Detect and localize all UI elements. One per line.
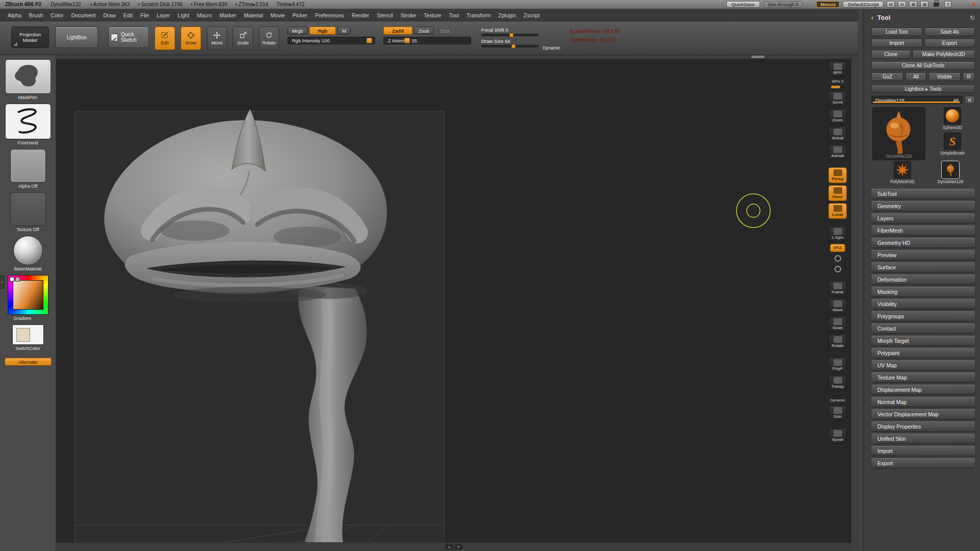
spix-slider[interactable]: SPix 3 (828, 79, 847, 89)
menu-picker[interactable]: Picker (292, 12, 307, 18)
dynamic-mode-label[interactable]: Dynamic (828, 398, 847, 403)
switch-color-widget[interactable] (12, 324, 44, 345)
secondary-color-swatch[interactable] (15, 277, 20, 282)
tool-section-visibility[interactable]: Visibility (871, 299, 975, 309)
save-as-button[interactable]: Save As (924, 28, 975, 36)
m-button[interactable]: M (337, 27, 351, 35)
tool-section-layers[interactable]: Layers (871, 213, 975, 223)
menu-macro[interactable]: Macro (197, 12, 212, 18)
z-intensity-handle[interactable] (404, 38, 410, 43)
tool-section-polypaint[interactable]: Polypaint (871, 348, 975, 358)
tool-thumb-sphere3d[interactable]: S Sphere3D (930, 107, 974, 130)
perspective-button[interactable]: Persp (828, 167, 847, 183)
tool-section-surface[interactable]: Surface (871, 262, 975, 272)
clone-button[interactable]: Clone (871, 50, 911, 59)
menu-preferences[interactable]: Preferences (315, 12, 344, 18)
mirror-symmetry-icon[interactable] (828, 265, 847, 273)
actual-size-button[interactable]: Actual (828, 127, 847, 142)
z-intensity-slider[interactable]: Z Intensity 25 (383, 37, 471, 44)
tool-select-slider[interactable]: DynaWax128. 48 (871, 96, 963, 104)
xpose-button[interactable]: Xpose (828, 428, 847, 444)
tool-section-vector-displacement-map[interactable]: Vector Displacement Map (871, 409, 975, 419)
lock-icon[interactable] (934, 3, 939, 7)
zscript-play-icon[interactable]: ▤ (898, 1, 906, 8)
main-color-swatch[interactable] (10, 277, 14, 282)
tool-section-preview[interactable]: Preview (871, 250, 975, 260)
rgb-intensity-slider[interactable]: Rgb Intensity 100 (287, 37, 375, 44)
draw-size-slider[interactable]: Draw Size 64 (481, 38, 538, 47)
tool-section-uv-map[interactable]: UV Map (871, 360, 975, 370)
draw-size-handle[interactable] (511, 44, 516, 48)
export-button[interactable]: Export (924, 39, 975, 47)
tool-section-geometry[interactable]: Geometry (871, 201, 975, 211)
lightbox-tools-header[interactable]: Lightbox ▸ Tools (871, 85, 975, 93)
rotate-gyro-button[interactable]: Rotate (828, 334, 847, 350)
lightbox-button[interactable]: LightBox (55, 27, 98, 48)
edit-mode-button[interactable]: Edit (155, 27, 175, 50)
menu-document[interactable]: Document (71, 12, 95, 18)
tool-section-display-properties[interactable]: Display Properties (871, 421, 975, 431)
current-stroke-thumbnail[interactable] (5, 104, 51, 139)
radial-symmetry-icon[interactable] (828, 254, 847, 263)
menu-material[interactable]: Material (244, 12, 263, 18)
zadd-button[interactable]: Zadd (383, 27, 412, 35)
menu-texture[interactable]: Texture (424, 12, 441, 18)
tool-section-polygroups[interactable]: Polygroups (871, 311, 975, 321)
menu-tool[interactable]: Tool (449, 12, 459, 18)
page-up-icon[interactable]: ▴ (446, 544, 453, 549)
scroll-button[interactable]: Scroll (828, 91, 847, 107)
import-button[interactable]: Import (871, 39, 922, 47)
goz-button[interactable]: GoZ (871, 72, 903, 81)
help-button[interactable]: ? (944, 1, 951, 8)
canvas-scroll-handle[interactable] (751, 56, 765, 58)
current-alpha-thumbnail[interactable] (10, 149, 46, 183)
zcut-button[interactable]: Zcut (435, 27, 454, 35)
menu-render[interactable]: Render (352, 12, 369, 18)
see-through-slider[interactable]: See-through 0 (763, 1, 803, 8)
tool-section-contact[interactable]: Contact (871, 323, 975, 333)
dynamic-brush-label[interactable]: Dynamic (543, 45, 560, 51)
menu-color[interactable]: Color (51, 12, 63, 18)
default-zscript-button[interactable]: DefaultZScript (843, 1, 884, 8)
color-picker-inner[interactable] (13, 280, 43, 310)
menu-stencil[interactable]: Stencil (377, 12, 393, 18)
left-tray-toggle[interactable]: › (0, 276, 5, 289)
local-pivot-button[interactable]: Local (828, 203, 847, 219)
tool-thumb-polymesh3d[interactable]: S PolyMesh3D (880, 161, 924, 184)
quick-sketch-button[interactable]: Quick Sketch (108, 27, 149, 48)
tool-thumb-dynawax128[interactable]: S DynaWax128 (928, 161, 972, 184)
menu-file[interactable]: File (140, 12, 149, 18)
tool-section-subtool[interactable]: SubTool (871, 189, 975, 198)
tool-section-fibermesh[interactable]: FiberMesh (871, 226, 975, 235)
focal-shift-track[interactable] (481, 34, 538, 36)
quicksave-button[interactable]: QuickSave (726, 1, 760, 8)
focal-shift-handle[interactable] (509, 33, 513, 37)
tool-section-import[interactable]: Import (871, 446, 975, 456)
rgb-button[interactable]: Rgb (309, 27, 336, 35)
tool-section-masking[interactable]: Masking (871, 287, 975, 296)
make-polymesh3d-button[interactable]: Make PolyMesh3D (913, 50, 975, 59)
move-gyro-button[interactable]: Move (828, 298, 847, 314)
focal-shift-slider[interactable]: Focal Shift 0 (481, 27, 538, 36)
menu-alpha[interactable]: Alpha (8, 12, 21, 18)
goz-r-button[interactable]: R (963, 72, 975, 81)
rgb-intensity-handle[interactable] (366, 38, 372, 43)
tool-section-texture-map[interactable]: Texture Map (871, 372, 975, 382)
collapse-panel-icon[interactable]: ‹ (871, 14, 873, 21)
menu-zplugin[interactable]: Zplugin (498, 12, 516, 18)
current-material-thumbnail[interactable] (13, 236, 43, 265)
tool-section-morph-target[interactable]: Morph Target (871, 336, 975, 345)
window-layout-icon[interactable]: ▦ (909, 1, 917, 8)
spix-track[interactable] (831, 86, 844, 88)
solo-button[interactable]: Solo (828, 405, 847, 421)
canvas-bottom-scrollbar[interactable]: ▴ ▾ (56, 542, 851, 551)
tool-section-geometry-hd[interactable]: Geometry HD (871, 238, 975, 247)
bpr-render-button[interactable]: BPR (828, 61, 847, 77)
tool-section-export[interactable]: Export (871, 458, 975, 468)
mrgb-button[interactable]: Mrgb (287, 27, 308, 35)
document-canvas[interactable]: BPR SPix 3 Scroll Zoom Actual (56, 55, 851, 542)
tool-section-displacement-map[interactable]: Displacement Map (871, 385, 975, 394)
menu-light[interactable]: Light (178, 12, 189, 18)
zscript-record-icon[interactable]: ▤ (887, 1, 895, 8)
polyframe-button[interactable]: PolyF (828, 357, 847, 373)
